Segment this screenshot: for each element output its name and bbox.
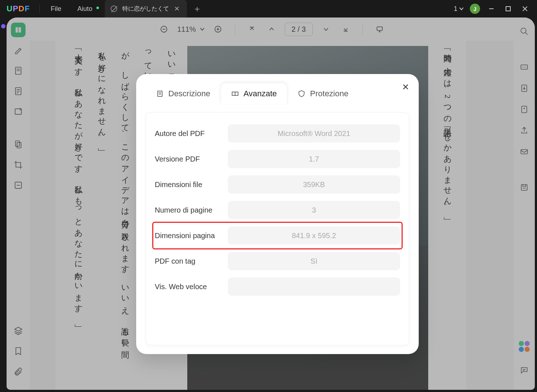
minimize-icon[interactable] bbox=[486, 3, 497, 14]
tab-protection[interactable]: Protezione bbox=[287, 83, 358, 104]
property-label: Dimensioni file bbox=[155, 181, 220, 189]
property-label: Numero di pagine bbox=[155, 206, 220, 214]
window-count[interactable]: 1 bbox=[454, 5, 464, 13]
property-value: Microsoft® Word 2021 bbox=[228, 124, 400, 143]
document-tab[interactable]: 特に恋がしたくて ✕ bbox=[105, 0, 187, 18]
property-label: Versione PDF bbox=[155, 155, 220, 163]
property-value: 841.9 x 595.2 bbox=[228, 226, 400, 245]
property-label: Dimensioni pagina bbox=[155, 232, 220, 240]
close-window-icon[interactable] bbox=[519, 3, 530, 14]
property-label: Vis. Web veloce bbox=[155, 283, 220, 291]
dialog-body: Autore del PDFMicrosoft® Word 2021Versio… bbox=[146, 112, 409, 345]
app-logo: UPDF bbox=[0, 4, 37, 13]
add-tab-button[interactable]: ＋ bbox=[187, 3, 207, 15]
tabs-area: 特に恋がしたくて ✕ ＋ bbox=[105, 0, 447, 18]
svg-rect-0 bbox=[506, 7, 510, 11]
property-row: PDF con tagSì bbox=[153, 248, 402, 274]
property-label: Autore del PDF bbox=[155, 129, 220, 138]
property-value: 1.7 bbox=[228, 150, 400, 168]
close-dialog-icon[interactable]: ✕ bbox=[402, 82, 409, 92]
property-value: Sì bbox=[228, 252, 400, 270]
property-row: Versione PDF1.7 bbox=[153, 146, 402, 172]
window-controls: 1 J bbox=[447, 3, 537, 14]
property-row: Vis. Web veloce bbox=[153, 274, 402, 299]
drag-handle-icon[interactable] bbox=[1, 24, 5, 28]
property-row: Dimensioni file359KB bbox=[153, 172, 402, 197]
maximize-icon[interactable] bbox=[503, 3, 514, 14]
separator bbox=[39, 5, 40, 13]
menu-file[interactable]: File bbox=[43, 5, 69, 13]
avatar[interactable]: J bbox=[470, 4, 480, 14]
main-area: 111% 2 / 3 「時間の大鐘では、2つの単語「今」しかありません。」 いい… bbox=[7, 18, 535, 390]
property-value bbox=[228, 277, 400, 296]
close-tab-icon[interactable]: ✕ bbox=[174, 5, 180, 13]
svg-rect-16 bbox=[158, 91, 162, 96]
menu-help[interactable]: Aiuto bbox=[69, 5, 100, 13]
property-label: PDF con tag bbox=[155, 257, 220, 265]
property-value: 359KB bbox=[228, 175, 400, 194]
tab-description[interactable]: Descrizione bbox=[146, 83, 220, 104]
tab-title: 特に恋がしたくて bbox=[122, 5, 169, 13]
update-dot-icon bbox=[96, 7, 99, 9]
property-row: Autore del PDFMicrosoft® Word 2021 bbox=[153, 121, 402, 146]
titlebar: UPDF File Aiuto 特に恋がしたくて ✕ ＋ 1 J bbox=[0, 0, 537, 18]
property-row: Numero di pagine3 bbox=[153, 197, 402, 223]
blocked-icon bbox=[111, 5, 117, 12]
dialog-tabs: Descrizione Avanzate Protezione bbox=[146, 83, 409, 104]
property-row: Dimensioni pagina841.9 x 595.2 bbox=[153, 223, 402, 248]
property-value: 3 bbox=[228, 201, 400, 219]
properties-dialog: ✕ Descrizione Avanzate Protezione Autore… bbox=[136, 74, 419, 354]
tab-advanced[interactable]: Avanzate bbox=[220, 83, 287, 104]
